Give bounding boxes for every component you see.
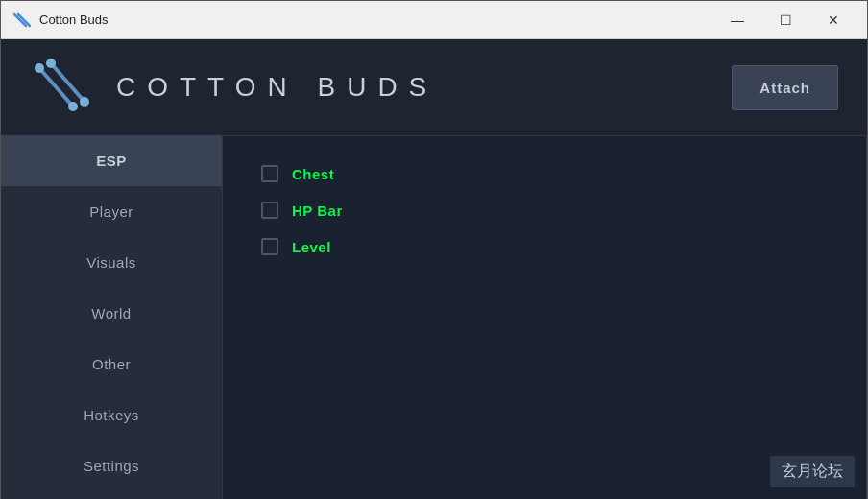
sidebar: ESP Player Visuals World Other (1, 135, 222, 499)
checkbox-hp-bar[interactable] (261, 202, 278, 219)
sidebar-item-visuals[interactable]: Visuals (1, 237, 222, 288)
sidebar-item-information[interactable]: Information (1, 491, 222, 499)
svg-point-5 (68, 102, 78, 111)
checkbox-level-label: Level (292, 239, 331, 255)
logo (30, 54, 97, 121)
svg-point-7 (80, 97, 89, 107)
window-controls: — ☐ ✕ (715, 5, 856, 36)
attach-area: Attach (732, 65, 838, 110)
svg-line-3 (51, 63, 84, 102)
app-content: COTTON BUDS Attach ESP Player Visuals (1, 39, 867, 499)
main-layout: ESP Player Visuals World Other (1, 135, 867, 499)
checkbox-chest-label: Chest (292, 166, 334, 182)
titlebar-icon (12, 11, 32, 30)
svg-point-4 (35, 63, 44, 73)
sidebar-item-hotkeys[interactable]: Hotkeys (1, 390, 222, 440)
checkbox-row-chest[interactable]: Chest (261, 165, 828, 182)
checkbox-row-hp-bar[interactable]: HP Bar (261, 202, 828, 219)
content-area: Chest HP Bar Level (222, 135, 867, 499)
attach-button[interactable]: Attach (732, 65, 838, 110)
maximize-button[interactable]: ☐ (763, 5, 808, 36)
window-title: Cotton Buds (39, 12, 715, 27)
sidebar-item-esp[interactable]: ESP (1, 135, 222, 186)
checkbox-row-level[interactable]: Level (261, 238, 828, 255)
logo-svg (30, 54, 97, 121)
header: COTTON BUDS Attach (1, 39, 867, 135)
titlebar: Cotton Buds — ☐ ✕ (1, 1, 867, 39)
svg-point-6 (46, 59, 56, 68)
checkbox-hp-bar-label: HP Bar (292, 202, 343, 219)
checkbox-level[interactable] (261, 238, 278, 255)
app-title: COTTON BUDS (116, 72, 438, 103)
sidebar-item-world[interactable]: World (1, 288, 222, 339)
sidebar-item-player[interactable]: Player (1, 186, 222, 237)
watermark: 玄月论坛 (770, 456, 855, 487)
checkbox-chest[interactable] (261, 165, 278, 182)
sidebar-item-other[interactable]: Other (1, 339, 222, 390)
sidebar-item-settings[interactable]: Settings (1, 440, 222, 491)
minimize-button[interactable]: — (715, 5, 760, 36)
close-button[interactable]: ✕ (811, 5, 856, 36)
svg-line-2 (39, 68, 73, 107)
